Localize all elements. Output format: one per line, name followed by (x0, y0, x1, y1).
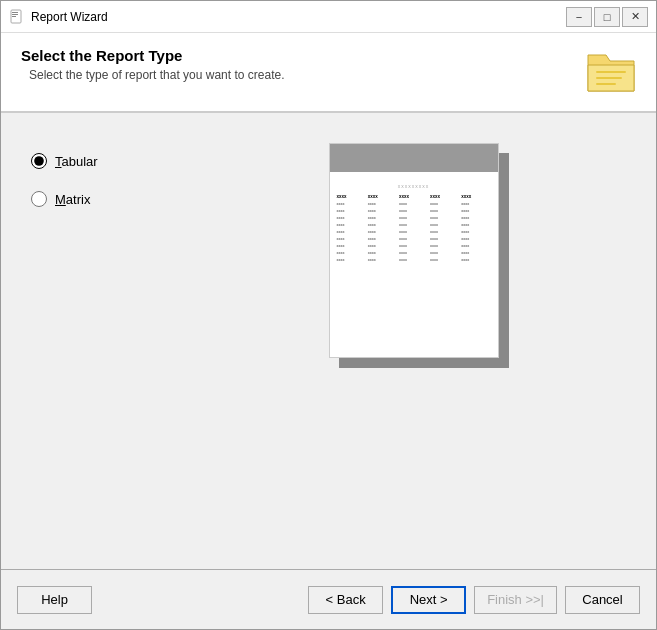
header-cell-4: xxxx (429, 193, 460, 200)
matrix-label: Matrix (55, 192, 90, 207)
header-area: Select the Report Type Select the type o… (1, 33, 656, 113)
report-preview: xxxxxxxxx xxxx xxxx xxxx xxxx xxxx xxxxx… (329, 143, 509, 363)
maximize-button[interactable]: □ (594, 7, 620, 27)
table-row: xxxxxxxxxxxxxxxxxxxx (330, 249, 498, 256)
tabular-option[interactable]: Tabular (31, 153, 171, 169)
table-row: xxxxxxxxxxxxxxxxxxxx (330, 207, 498, 214)
title-bar: Report Wizard − □ ✕ (1, 1, 656, 33)
preview-title-row: xxxxxxxxx (330, 172, 498, 193)
content-area: Tabular Matrix xxxxxxxxx xxxx xxxx (1, 113, 656, 569)
table-row: xxxxxxxxxxxxxxxxxxxx (330, 200, 498, 207)
window-icon (9, 9, 25, 25)
tabular-label: Tabular (55, 154, 98, 169)
svg-rect-3 (12, 16, 16, 17)
preview-title-text: xxxxxxxxx (398, 183, 430, 189)
header-cell-3: xxxx (398, 193, 429, 200)
header-cell-5: xxxx (460, 193, 491, 200)
footer-left: Help (17, 586, 92, 614)
svg-rect-7 (596, 77, 622, 79)
svg-rect-6 (596, 71, 626, 73)
table-row: xxxxxxxxxxxxxxxxxxxx (330, 242, 498, 249)
matrix-radio[interactable] (31, 191, 47, 207)
window-title: Report Wizard (31, 10, 108, 24)
svg-rect-1 (12, 12, 18, 13)
footer-right: < Back Next > Finish >>| Cancel (308, 586, 640, 614)
svg-rect-2 (12, 14, 18, 15)
matrix-option[interactable]: Matrix (31, 191, 171, 207)
preview-header-row: xxxx xxxx xxxx xxxx xxxx (330, 193, 498, 200)
report-wizard-window: Report Wizard − □ ✕ Select the Report Ty… (0, 0, 657, 630)
table-row: xxxxxxxxxxxxxxxxxxxx (330, 256, 498, 263)
table-row: xxxxxxxxxxxxxxxxxxxx (330, 235, 498, 242)
options-panel: Tabular Matrix (31, 143, 171, 207)
footer-area: Help < Back Next > Finish >>| Cancel (1, 569, 656, 629)
preview-area: xxxxxxxxx xxxx xxxx xxxx xxxx xxxx xxxxx… (211, 143, 626, 363)
svg-rect-8 (596, 83, 616, 85)
page-title: Select the Report Type (21, 47, 284, 64)
preview-header-gray (330, 144, 498, 172)
table-row: xxxxxxxxxxxxxxxxxxxx (330, 228, 498, 235)
table-row: xxxxxxxxxxxxxxxxxxxx (330, 214, 498, 221)
header-cell-2: xxxx (367, 193, 398, 200)
finish-button[interactable]: Finish >>| (474, 586, 557, 614)
close-button[interactable]: ✕ (622, 7, 648, 27)
preview-paper: xxxxxxxxx xxxx xxxx xxxx xxxx xxxx xxxxx… (329, 143, 499, 358)
tabular-radio[interactable] (31, 153, 47, 169)
next-button[interactable]: Next > (391, 586, 466, 614)
header-text: Select the Report Type Select the type o… (21, 47, 284, 82)
header-cell-1: xxxx (336, 193, 367, 200)
page-subtitle: Select the type of report that you want … (29, 68, 284, 82)
title-bar-left: Report Wizard (9, 9, 108, 25)
cancel-button[interactable]: Cancel (565, 586, 640, 614)
title-bar-controls: − □ ✕ (566, 7, 648, 27)
back-button[interactable]: < Back (308, 586, 383, 614)
table-row: xxxxxxxxxxxxxxxxxxxx (330, 221, 498, 228)
minimize-button[interactable]: − (566, 7, 592, 27)
help-button[interactable]: Help (17, 586, 92, 614)
folder-icon (586, 47, 636, 97)
